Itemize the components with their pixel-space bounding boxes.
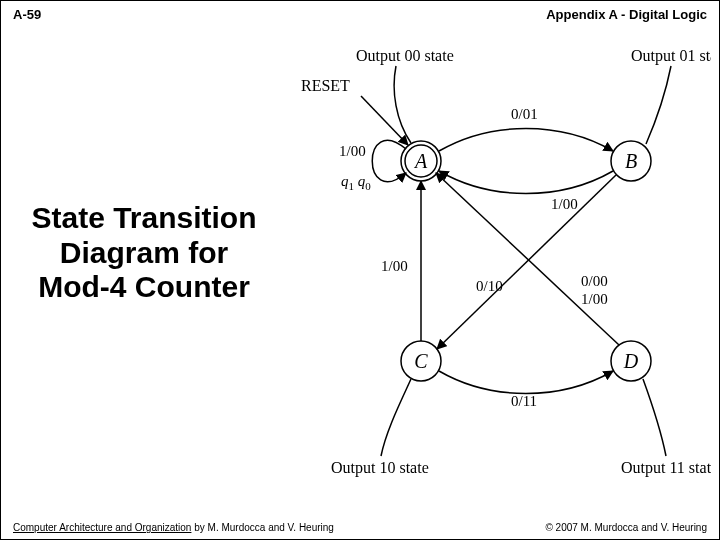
label-B-C: 0/10 — [476, 278, 503, 294]
svg-text:A: A — [413, 150, 428, 172]
label-A-self: 1/00 — [339, 143, 366, 159]
label-D-A-0: 0/00 — [581, 273, 608, 289]
state-A: A — [401, 141, 441, 181]
footer-citation: Computer Architecture and Organization b… — [13, 522, 334, 533]
svg-text:B: B — [625, 150, 637, 172]
label-B-A: 1/00 — [551, 196, 578, 212]
annot-arc-C — [381, 379, 411, 456]
label-A-B: 0/01 — [511, 106, 538, 122]
reset-label: RESET — [301, 77, 350, 94]
page-number: A-59 — [13, 7, 41, 22]
annot-C: Output 10 state — [331, 459, 429, 477]
annot-arc-D — [643, 379, 666, 456]
annot-A: Output 00 state — [356, 47, 454, 65]
state-C: C — [401, 341, 441, 381]
annot-arc-B — [646, 66, 671, 144]
svg-text:C: C — [414, 350, 428, 372]
label-D-A-1: 1/00 — [581, 291, 608, 307]
q-labels: q1 q0 — [341, 173, 371, 192]
reset-arrow — [361, 96, 408, 145]
slide-title: State Transition Diagram for Mod-4 Count… — [29, 201, 259, 305]
annot-B: Output 01 state — [631, 47, 711, 65]
slide-footer: Computer Architecture and Organization b… — [1, 522, 719, 533]
appendix-label: Appendix A - Digital Logic — [546, 7, 707, 22]
svg-text:D: D — [623, 350, 639, 372]
edge-B-A — [439, 171, 613, 194]
edge-B-C — [437, 175, 616, 349]
slide-header: A-59 Appendix A - Digital Logic — [1, 7, 719, 22]
annot-arc-A — [394, 66, 411, 143]
label-C-A: 1/00 — [381, 258, 408, 274]
state-diagram: A B C D 1/00 RESET q1 q0 0/01 1/00 0/10 … — [261, 41, 711, 491]
edge-A-B — [439, 129, 613, 152]
state-D: D — [611, 341, 651, 381]
footer-copyright: © 2007 M. Murdocca and V. Heuring — [545, 522, 707, 533]
label-C-D: 0/11 — [511, 393, 537, 409]
edge-C-D — [439, 371, 613, 394]
annot-D: Output 11 state — [621, 459, 711, 477]
state-B: B — [611, 141, 651, 181]
